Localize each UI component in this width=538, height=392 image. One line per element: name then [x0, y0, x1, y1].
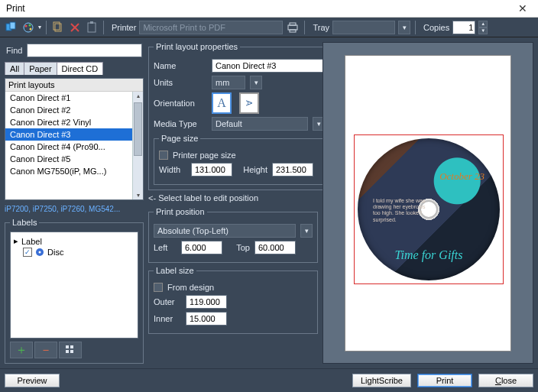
- layouts-body[interactable]: Canon Direct #1Canon Direct #2Canon Dire…: [5, 92, 143, 199]
- inner-label: Inner: [154, 314, 181, 323]
- left-label: Left: [154, 243, 177, 252]
- list-item[interactable]: Canon Direct #1: [5, 92, 143, 104]
- tab-all[interactable]: All: [5, 62, 24, 75]
- list-item[interactable]: Canon MG7550(iP, MG...): [5, 165, 143, 177]
- layout-tabs: All Paper Direct CD: [5, 62, 144, 75]
- footer: Preview LightScribe Print Close: [0, 368, 538, 392]
- tab-directcd[interactable]: Direct CD: [57, 62, 104, 75]
- tray-label: Tray: [313, 23, 329, 32]
- labels-fieldset: Labels ▸ Label ✓ Disc ＋ －: [5, 218, 144, 364]
- tree-child-disc[interactable]: ✓ Disc: [14, 247, 134, 258]
- scrollbar[interactable]: [132, 92, 143, 199]
- top-label: Top: [227, 243, 250, 252]
- outer-label: Outer: [154, 297, 181, 306]
- width-input[interactable]: [191, 163, 232, 177]
- folder-icon: ▸: [14, 236, 18, 246]
- svg-rect-18: [70, 350, 73, 353]
- svg-rect-16: [70, 345, 73, 348]
- dropdown-icon[interactable]: ▾: [250, 76, 262, 89]
- outer-input[interactable]: [186, 295, 227, 309]
- list-item[interactable]: Canon Direct #5: [5, 153, 143, 165]
- tray-select[interactable]: [332, 21, 395, 34]
- from-design-checkbox[interactable]: [154, 283, 163, 292]
- top-input[interactable]: [254, 241, 296, 254]
- list-item[interactable]: Canon Direct #3: [5, 128, 143, 141]
- find-row: Find: [5, 42, 144, 59]
- layouts-status: iP7200, iP7250, iP7260, MG542...: [5, 203, 144, 215]
- divider: [103, 21, 104, 34]
- titlebar: Print ✕: [0, 0, 538, 18]
- palette-icon[interactable]: [21, 21, 35, 34]
- save-icon[interactable]: [5, 21, 18, 34]
- mid-column: Print layout properties Name Units mm ▾ …: [148, 42, 318, 364]
- units-label: Units: [154, 78, 207, 87]
- pagesize-legend: Page size: [159, 134, 200, 143]
- name-input[interactable]: [212, 59, 325, 73]
- media-select[interactable]: Default: [212, 117, 308, 131]
- printer-icon[interactable]: [286, 21, 300, 34]
- labelsize-legend: Label size: [154, 266, 196, 275]
- svg-point-14: [39, 251, 41, 254]
- svg-rect-15: [66, 345, 69, 348]
- svg-rect-8: [88, 23, 96, 32]
- list-item[interactable]: Canon Direct #2 Vinyl: [5, 116, 143, 128]
- disc-title1: October 23: [439, 170, 485, 183]
- label-buttons: ＋ －: [10, 342, 138, 358]
- dropdown-icon[interactable]: ▾: [398, 21, 410, 34]
- height-label: Height: [237, 165, 267, 174]
- find-label: Find: [6, 46, 22, 55]
- props-fieldset: Print layout properties Name Units mm ▾ …: [148, 42, 330, 190]
- media-label: Media Type: [154, 119, 207, 128]
- props-legend: Print layout properties: [154, 42, 240, 51]
- units-select[interactable]: mm: [212, 76, 245, 89]
- svg-rect-17: [66, 350, 69, 353]
- disc-smalltext: I told my wife she was drawing her eyebr…: [373, 198, 426, 224]
- left-input[interactable]: [181, 241, 222, 254]
- labelsize-fieldset: Label size From design Outer Inner: [148, 266, 318, 334]
- preview-button[interactable]: Preview: [5, 374, 60, 387]
- list-item[interactable]: Canon Direct #2: [5, 104, 143, 116]
- dropdown-icon[interactable]: ▾: [300, 224, 313, 238]
- lightscribe-button[interactable]: LightScribe: [352, 374, 411, 387]
- disc-preview: October 23 I told my wife she was drawin…: [358, 138, 500, 280]
- find-input[interactable]: [27, 44, 142, 57]
- orientation-landscape[interactable]: A: [239, 92, 259, 114]
- layouts-header: Print layouts: [5, 79, 143, 92]
- close-button[interactable]: Close: [478, 374, 533, 387]
- inner-input[interactable]: [186, 312, 227, 326]
- svg-point-3: [25, 24, 28, 27]
- divider: [415, 21, 416, 34]
- remove-button[interactable]: －: [34, 342, 57, 358]
- dropdown-icon[interactable]: ▾: [38, 24, 41, 31]
- height-input[interactable]: [272, 163, 313, 177]
- checkbox-icon[interactable]: ✓: [23, 248, 32, 257]
- scrollbar-thumb[interactable]: [134, 102, 142, 156]
- delete-icon[interactable]: [68, 21, 82, 34]
- left-column: Find All Paper Direct CD Print layouts C…: [5, 42, 144, 364]
- printer-select[interactable]: [139, 21, 283, 34]
- name-label: Name: [154, 61, 207, 70]
- dialog-body: Find All Paper Direct CD Print layouts C…: [0, 37, 538, 368]
- close-rest: lose: [501, 376, 517, 385]
- label-tree[interactable]: ▸ Label ✓ Disc: [10, 232, 138, 339]
- printer-pagesize-checkbox[interactable]: [159, 151, 168, 160]
- paste-icon[interactable]: [85, 21, 99, 34]
- copies-input[interactable]: [452, 21, 475, 34]
- grid-button[interactable]: [59, 342, 82, 358]
- orientation-portrait[interactable]: A: [212, 92, 232, 114]
- svg-point-5: [30, 28, 32, 30]
- copy-icon[interactable]: [51, 21, 65, 34]
- svg-rect-10: [288, 25, 297, 30]
- from-design-label: From design: [167, 283, 214, 292]
- copies-spinner[interactable]: ▲▼: [478, 21, 488, 34]
- width-label: Width: [159, 165, 186, 174]
- tab-paper[interactable]: Paper: [24, 62, 57, 75]
- list-item[interactable]: Canon Direct #4 (Pro90...: [5, 141, 143, 153]
- add-button[interactable]: ＋: [10, 342, 33, 358]
- print-button[interactable]: Print: [417, 374, 472, 387]
- tree-root[interactable]: ▸ Label: [14, 235, 134, 247]
- window-title: Print: [6, 3, 514, 14]
- svg-rect-12: [290, 30, 296, 32]
- position-mode-select[interactable]: Absolute (Top-Left): [154, 224, 296, 238]
- close-icon[interactable]: ✕: [514, 2, 532, 15]
